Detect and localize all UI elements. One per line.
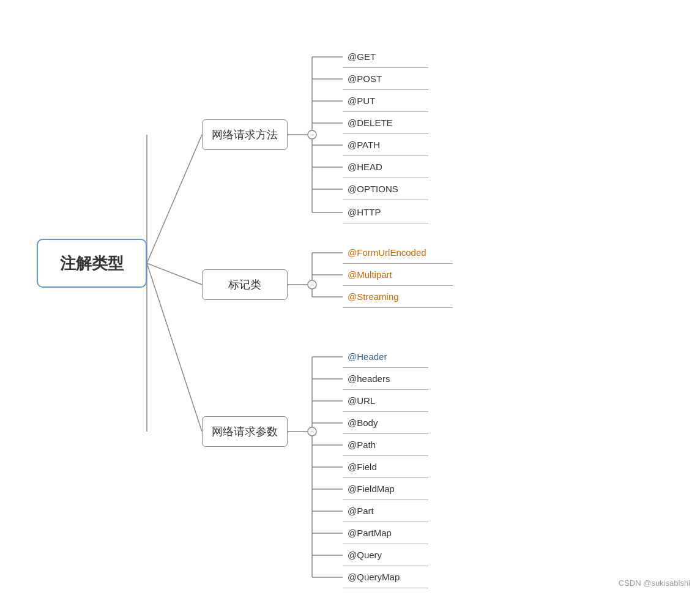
leaf-head: @HEAD: [343, 156, 428, 178]
leaf-post: @POST: [343, 68, 428, 90]
leaf-streaming: @Streaming: [343, 286, 453, 308]
leaf-headers: @headers: [343, 368, 428, 390]
leaf-delete: @DELETE: [343, 112, 428, 134]
leaf-get: @GET: [343, 46, 428, 68]
branch-2-label: 标记类: [228, 277, 261, 292]
leaf-query: @Query: [343, 544, 428, 566]
svg-line-0: [147, 135, 202, 263]
leaf-path: @PATH: [343, 134, 428, 156]
leaf-formurl: @FormUrlEncoded: [343, 242, 453, 264]
svg-text:−: −: [310, 428, 314, 435]
branch-node-3: 网络请求参数: [202, 416, 288, 447]
root-node: 注解类型: [37, 239, 147, 288]
leaf-url: @URL: [343, 390, 428, 412]
leaf-put: @PUT: [343, 90, 428, 112]
watermark: CSDN @sukisabishi: [619, 578, 690, 588]
leaf-http: @HTTP: [343, 201, 428, 223]
leaf-part: @Part: [343, 500, 428, 522]
leaf-querymap: @QueryMap: [343, 566, 428, 588]
svg-text:−: −: [310, 281, 314, 288]
svg-text:−: −: [310, 131, 314, 138]
leaf-partmap: @PartMap: [343, 522, 428, 544]
diagram-container: − − − 注解类型 网络请求方法 @GET @POST @PUT @DELET…: [0, 0, 700, 595]
leaf-field: @Field: [343, 456, 428, 478]
branch-node-2: 标记类: [202, 269, 288, 300]
leaf-body: @Body: [343, 412, 428, 434]
leaf-header: @Header: [343, 346, 428, 368]
svg-line-2: [147, 263, 202, 432]
leaf-fieldmap: @FieldMap: [343, 478, 428, 500]
branch-node-1: 网络请求方法: [202, 119, 288, 150]
branch-1-label: 网络请求方法: [212, 127, 278, 142]
branch-3-label: 网络请求参数: [212, 424, 278, 439]
leaf-multipart: @Multipart: [343, 264, 453, 286]
svg-line-1: [147, 263, 202, 285]
root-label: 注解类型: [60, 253, 124, 274]
leaf-pathparam: @Path: [343, 434, 428, 456]
leaf-options: @OPTIONS: [343, 178, 428, 200]
